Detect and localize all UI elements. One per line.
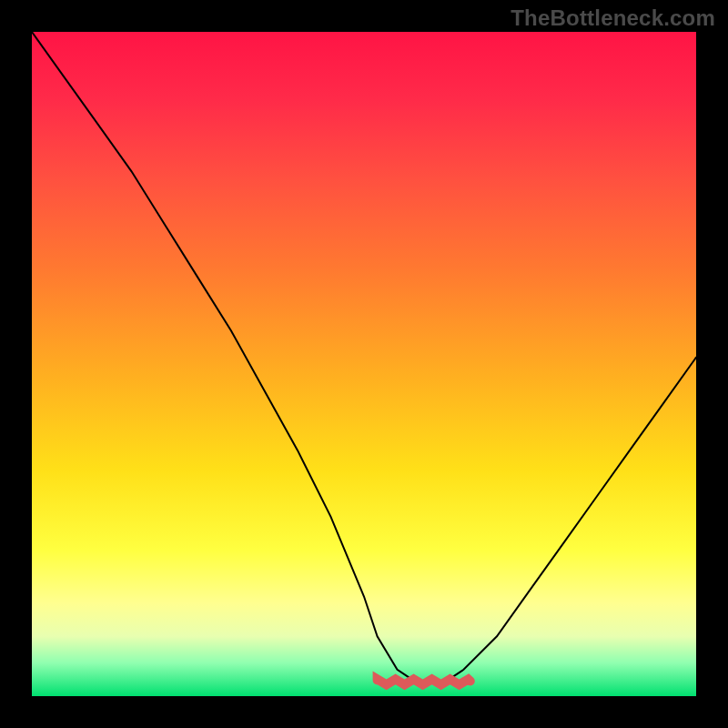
plot-area	[32, 32, 696, 696]
bottleneck-curve	[32, 32, 696, 682]
chart-frame: TheBottleneck.com	[0, 0, 728, 728]
optimal-band-marker	[378, 679, 470, 684]
curve-layer	[32, 32, 696, 696]
watermark-text: TheBottleneck.com	[511, 5, 715, 31]
